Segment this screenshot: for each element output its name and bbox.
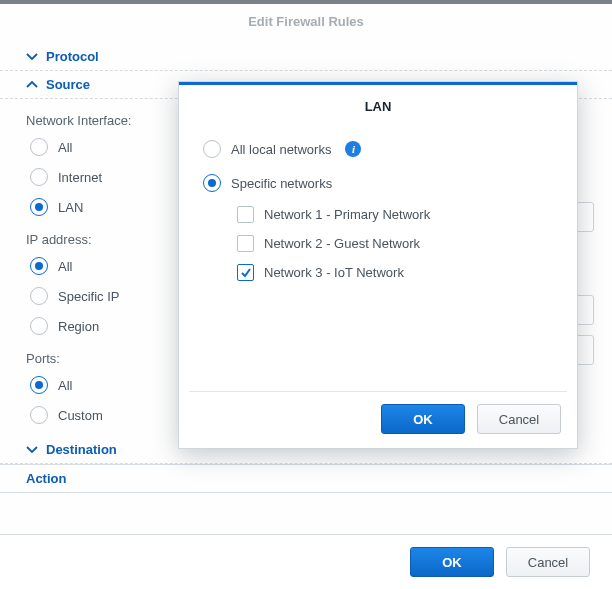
modal-ok-button[interactable]: OK	[381, 404, 465, 434]
section-label: Protocol	[46, 49, 99, 64]
radio-icon	[203, 174, 221, 192]
cancel-button[interactable]: Cancel	[506, 547, 590, 577]
radio-icon	[30, 168, 48, 186]
radio-icon	[30, 317, 48, 335]
section-label: Action	[26, 471, 66, 486]
section-protocol[interactable]: Protocol	[0, 43, 612, 71]
network-label: Network 3 - IoT Network	[264, 265, 404, 280]
modal-cancel-button[interactable]: Cancel	[477, 404, 561, 434]
network-label: Network 1 - Primary Network	[264, 207, 430, 222]
option-label: All	[58, 378, 72, 393]
checkbox-icon	[237, 206, 254, 223]
section-action[interactable]: Action	[0, 464, 612, 493]
network-checkbox-1[interactable]: Network 1 - Primary Network	[203, 200, 553, 229]
radio-icon	[30, 376, 48, 394]
info-icon[interactable]: i	[345, 141, 361, 157]
chevron-down-icon	[26, 51, 38, 63]
option-label: Specific networks	[231, 176, 332, 191]
option-label: Specific IP	[58, 289, 119, 304]
scope-option-specific[interactable]: Specific networks	[203, 166, 553, 200]
radio-icon	[30, 406, 48, 424]
scope-option-all[interactable]: All local networks i	[203, 132, 553, 166]
network-checkbox-2[interactable]: Network 2 - Guest Network	[203, 229, 553, 258]
option-label: Custom	[58, 408, 103, 423]
option-label: All	[58, 259, 72, 274]
option-label: Internet	[58, 170, 102, 185]
radio-icon	[203, 140, 221, 158]
chevron-down-icon	[26, 444, 38, 456]
option-label: Region	[58, 319, 99, 334]
page-title: Edit Firewall Rules	[0, 4, 612, 43]
option-label: LAN	[58, 200, 83, 215]
section-label: Source	[46, 77, 90, 92]
network-checkbox-3[interactable]: Network 3 - IoT Network	[203, 258, 553, 287]
radio-icon	[30, 257, 48, 275]
radio-icon	[30, 138, 48, 156]
checkbox-icon	[237, 264, 254, 281]
modal-footer: OK Cancel	[179, 392, 577, 448]
option-label: All local networks	[231, 142, 331, 157]
section-label: Destination	[46, 442, 117, 457]
modal-title: LAN	[179, 85, 577, 132]
page-footer: OK Cancel	[0, 534, 612, 589]
network-label: Network 2 - Guest Network	[264, 236, 420, 251]
checkbox-icon	[237, 235, 254, 252]
lan-modal: LAN All local networks i Specific networ…	[178, 81, 578, 449]
radio-icon	[30, 287, 48, 305]
radio-icon	[30, 198, 48, 216]
chevron-up-icon	[26, 79, 38, 91]
option-label: All	[58, 140, 72, 155]
ok-button[interactable]: OK	[410, 547, 494, 577]
